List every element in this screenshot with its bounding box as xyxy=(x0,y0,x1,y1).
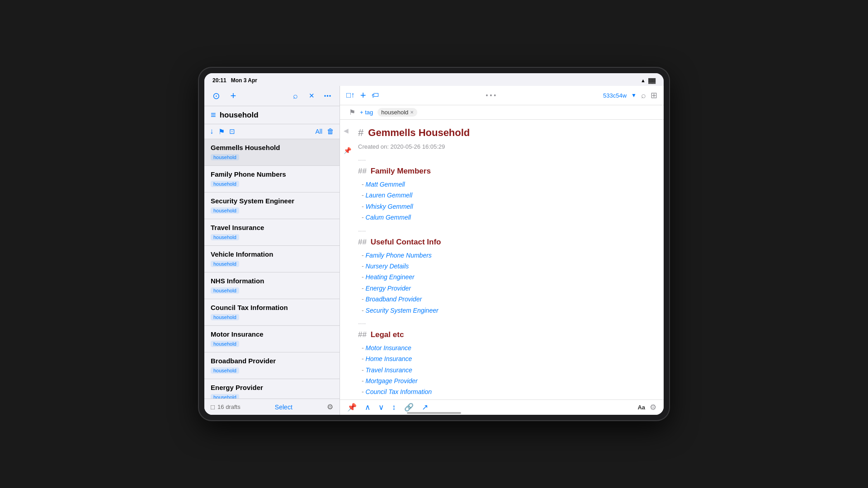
search-icon[interactable]: ⌕ xyxy=(289,89,302,102)
note-item-tag: household xyxy=(211,287,239,294)
sort-icon[interactable]: ↕ xyxy=(392,403,396,412)
editor-layout-icon[interactable]: ⊞ xyxy=(651,90,657,100)
note-item-tag: household xyxy=(211,234,239,240)
section-heading-text: Family Members xyxy=(371,167,431,175)
internal-link[interactable]: Security System Engineer xyxy=(366,307,439,314)
note-list-item[interactable]: Gemmells Household household xyxy=(204,139,340,166)
add-content-icon[interactable]: + xyxy=(360,89,366,101)
tag-pill-household: household ✕ xyxy=(377,108,417,117)
external-share-icon[interactable]: ↗ xyxy=(422,403,428,412)
tag-icon[interactable]: 🏷 xyxy=(372,91,379,99)
home-indicator xyxy=(407,412,461,414)
status-indicators: ▲ ▓▓ xyxy=(641,78,656,83)
section-heading-text: Useful Contact Info xyxy=(371,238,441,246)
internal-link[interactable]: Motor Insurance xyxy=(366,344,411,352)
editor-toolbar-center: • • • xyxy=(486,92,496,99)
sidebar-toolbar-right: ⌕ ✕ ••• xyxy=(289,89,334,102)
note-list-item[interactable]: Broadband Provider household xyxy=(204,352,340,379)
archive-filter-icon[interactable]: ⊡ xyxy=(229,127,235,136)
note-item-tag: household xyxy=(211,181,239,187)
more-icon[interactable]: ••• xyxy=(321,89,334,102)
status-bar: 20:11 Mon 3 Apr ▲ ▓▓ xyxy=(204,73,664,86)
drafts-actions-icon[interactable]: ⚙ xyxy=(327,403,333,411)
section-heading: ## Legal etc xyxy=(358,330,637,339)
note-list-item[interactable]: Family Phone Numbers household xyxy=(204,166,340,192)
note-item-title: NHS Information xyxy=(211,277,333,285)
app-layout: ⊙ + ⌕ ✕ ••• ≡ household xyxy=(204,86,664,415)
note-list-item[interactable]: NHS Information household xyxy=(204,272,340,299)
note-list-item[interactable]: Energy Provider household xyxy=(204,379,340,399)
note-section: ## Legal etc- Motor Insurance- Home Insu… xyxy=(358,330,637,399)
note-list-link-item: - Broadband Provider xyxy=(362,294,637,304)
note-list-link-item: - Council Tax Information xyxy=(362,387,637,397)
note-list-link-item: - Travel Insurance xyxy=(362,365,637,375)
internal-link[interactable]: Family Phone Numbers xyxy=(366,252,432,259)
font-size-icon[interactable]: Aa xyxy=(637,404,645,411)
editor-content[interactable]: ◀ 📌 # Gemmells Household Created on: 202… xyxy=(340,120,664,399)
collapse-icon[interactable]: ◀ xyxy=(344,127,351,134)
h2-hash: ## xyxy=(358,330,369,339)
note-item-title: Broadband Provider xyxy=(211,357,333,365)
note-list-item[interactable]: Motor Insurance household xyxy=(204,326,340,352)
note-list-link-item: - Family Phone Numbers xyxy=(362,250,637,260)
note-list-item[interactable]: Council Tax Information household xyxy=(204,299,340,326)
down-arrow-icon[interactable]: ∨ xyxy=(378,403,384,412)
filter-all-label[interactable]: All xyxy=(315,128,322,135)
folder-title: household xyxy=(220,111,259,120)
filter-toolbar: ↓ ⚑ ⊡ All 🗑 xyxy=(204,124,340,139)
pin-bottom-icon[interactable]: 📌 xyxy=(347,403,357,412)
up-arrow-icon[interactable]: ∧ xyxy=(365,403,370,412)
sidebar-footer: □ 16 drafts Select ⚙ xyxy=(204,399,340,415)
folder-header: ≡ household xyxy=(204,106,340,124)
note-list-link-item: - Heating Engineer xyxy=(362,272,637,282)
internal-link[interactable]: Broadband Provider xyxy=(366,296,422,303)
editor-side-controls: ◀ 📌 xyxy=(344,127,351,154)
download-filter-icon[interactable]: ↓ xyxy=(210,127,214,136)
note-list-item[interactable]: Travel Insurance household xyxy=(204,219,340,246)
internal-link[interactable]: Travel Insurance xyxy=(366,366,412,374)
note-item-tag: household xyxy=(211,367,239,374)
tag-pill-text: household xyxy=(381,109,408,116)
check-circle-icon[interactable]: ⊙ xyxy=(210,89,222,102)
internal-link[interactable]: Lauren Gemmell xyxy=(366,192,413,199)
internal-link[interactable]: Mortgage Provider xyxy=(366,377,418,385)
h2-hash: ## xyxy=(358,238,369,246)
internal-link[interactable]: Energy Provider xyxy=(366,285,411,292)
hash-dropdown-icon[interactable]: ▼ xyxy=(631,92,637,99)
note-list-link-item: - Energy Provider xyxy=(362,283,637,293)
pin-side-icon[interactable]: 📌 xyxy=(344,147,351,154)
link-icon[interactable]: 🔗 xyxy=(404,403,414,412)
note-item-title: Travel Insurance xyxy=(211,224,333,231)
internal-link[interactable]: Council Tax Information xyxy=(366,388,432,395)
internal-link[interactable]: Heating Engineer xyxy=(366,273,415,281)
close-icon[interactable]: ✕ xyxy=(305,89,318,102)
flag-filter-icon[interactable]: ⚑ xyxy=(218,127,225,136)
select-button[interactable]: Select xyxy=(275,404,292,411)
editor-search-icon[interactable]: ⌕ xyxy=(641,91,646,100)
tag-bar: ⚑ + tag household ✕ xyxy=(340,105,664,120)
internal-link[interactable]: Whisky Gemmell xyxy=(366,203,413,210)
folder-icon: ≡ xyxy=(211,110,216,120)
internal-link[interactable]: Home Insurance xyxy=(366,355,412,362)
note-list-item[interactable]: Vehicle Information household xyxy=(204,246,340,272)
editor-settings-icon[interactable]: ⚙ xyxy=(650,403,656,412)
internal-link[interactable]: Matt Gemmell xyxy=(366,181,405,188)
delete-filter-icon[interactable]: 🗑 xyxy=(327,127,334,136)
add-note-icon[interactable]: + xyxy=(227,89,240,102)
note-item-title: Motor Insurance xyxy=(211,330,333,338)
section-heading: ## Family Members xyxy=(358,167,637,176)
created-date: 2020-05-26 16:05:29 xyxy=(391,143,445,150)
add-tag-button[interactable]: + tag xyxy=(360,109,373,116)
note-list-link-item: - Security System Engineer xyxy=(362,305,637,315)
note-editor: □↑ + 🏷 • • • 533c54w ▼ ⌕ ⊞ xyxy=(340,86,664,415)
note-item-title: Council Tax Information xyxy=(211,304,333,311)
tag-remove-icon[interactable]: ✕ xyxy=(410,110,414,115)
note-list-item[interactable]: Security System Engineer household xyxy=(204,192,340,219)
section-divider: ---- xyxy=(358,320,637,327)
internal-link[interactable]: Calum Gemmell xyxy=(366,214,411,221)
note-list: Gemmells Household household Family Phon… xyxy=(204,139,340,399)
internal-link[interactable]: Nursery Details xyxy=(366,263,409,270)
share-icon[interactable]: □↑ xyxy=(346,91,355,100)
note-item-title: Energy Provider xyxy=(211,384,333,391)
editor-toolbar-right: 533c54w ▼ ⌕ ⊞ xyxy=(603,90,657,100)
